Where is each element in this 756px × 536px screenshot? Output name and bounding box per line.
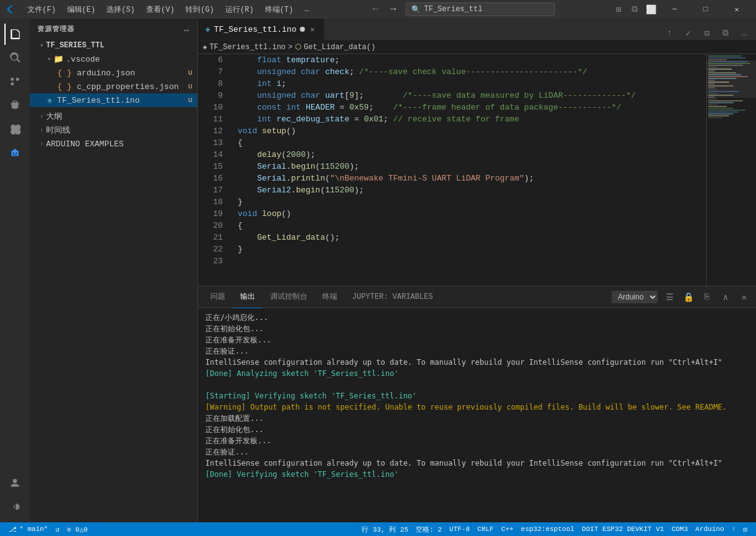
activity-search[interactable] bbox=[4, 47, 26, 68]
activity-debug[interactable] bbox=[4, 95, 26, 116]
status-sync[interactable]: ↺ bbox=[52, 522, 63, 536]
code-line-11: int rec_debug_state = 0x01; // receive s… bbox=[238, 113, 696, 125]
menu-file[interactable]: 文件(F) bbox=[22, 3, 61, 16]
title-bar-left bbox=[0, 4, 20, 14]
serial-icon: ⊡ bbox=[743, 525, 747, 534]
code-content[interactable]: float temprature; unsigned char check; /… bbox=[228, 54, 706, 286]
status-errors[interactable]: ⊘ 0△0 bbox=[63, 522, 91, 536]
activity-source-control[interactable] bbox=[4, 71, 26, 92]
menu-edit[interactable]: 编辑(E) bbox=[62, 3, 101, 16]
chevron-right-icon-3: › bbox=[40, 141, 44, 148]
breadcrumb-function[interactable]: Get_Lidar_data() bbox=[304, 43, 375, 52]
code-line-18: Serial2.begin(115200); bbox=[238, 184, 696, 196]
panel-tab-debug-console[interactable]: 调试控制台 bbox=[263, 286, 315, 308]
status-language[interactable]: C++ bbox=[497, 522, 517, 536]
activity-account[interactable] bbox=[4, 473, 26, 494]
activity-explorer[interactable] bbox=[4, 24, 26, 45]
menu-goto[interactable]: 转到(G) bbox=[180, 3, 219, 16]
status-board[interactable]: esp32:esptool bbox=[517, 522, 578, 536]
panel-tab-output[interactable]: 输出 bbox=[233, 286, 263, 308]
activity-robot[interactable] bbox=[4, 142, 26, 163]
code-line-19: } bbox=[238, 196, 696, 208]
nav-forward[interactable]: → bbox=[386, 2, 401, 17]
status-upload[interactable]: ↑ bbox=[728, 522, 740, 536]
more-actions-icon[interactable]: … bbox=[737, 26, 751, 40]
tree-root-label: TF_SERIES_TTL bbox=[46, 41, 105, 50]
layout-icon[interactable]: ⊞ bbox=[612, 2, 625, 16]
panel-tab-problems[interactable]: 问题 bbox=[203, 286, 233, 308]
tab-close-btn[interactable]: ✕ bbox=[309, 24, 315, 35]
panel-content[interactable]: 正在/小鸡启化... 正在初始化包... 正在准备开发板... 正在验证... … bbox=[198, 308, 756, 522]
status-branch[interactable]: ⎇ * main* bbox=[5, 522, 52, 536]
language-label: C++ bbox=[501, 525, 513, 533]
output-line-9: [Warning] Output path is not specified. … bbox=[205, 402, 749, 413]
tree-item-tf-series[interactable]: ◈ TF_Series_ttl.ino U bbox=[30, 93, 197, 107]
menu-run[interactable]: 运行(R) bbox=[220, 3, 259, 16]
tree-item-vscode[interactable]: ▾ 📁 .vscode bbox=[30, 52, 197, 66]
split-icon[interactable]: ⧉ bbox=[628, 2, 642, 16]
code-line-7: unsigned char check; /*----save check va… bbox=[238, 66, 696, 78]
breadcrumb-file[interactable]: TF_Series_ttl.ino bbox=[210, 43, 286, 52]
code-line-16: Serial.begin(115200); bbox=[238, 161, 696, 172]
customize-icon[interactable]: ⬜ bbox=[644, 2, 658, 16]
output-line-13: 正在验证... bbox=[205, 446, 749, 458]
upload-icon[interactable]: ↑ bbox=[663, 26, 676, 40]
tree-item-root[interactable]: ▾ TF_SERIES_TTL bbox=[30, 39, 197, 52]
chevron-down-icon: ▾ bbox=[47, 55, 51, 63]
panel-close-icon[interactable]: ✕ bbox=[737, 290, 751, 304]
serial-monitor-icon[interactable]: ⊡ bbox=[700, 26, 714, 40]
status-line-col[interactable]: 行 33, 列 25 bbox=[358, 522, 412, 536]
status-bar: ⎇ * main* ↺ ⊘ 0△0 行 33, 列 25 空格: 2 UTF-8… bbox=[0, 522, 756, 536]
arduino-dropdown[interactable]: Arduino bbox=[612, 291, 658, 303]
file-tree: ▾ TF_SERIES_TTL ▾ 📁 .vscode { } arduino.… bbox=[30, 39, 197, 522]
panel-up-icon[interactable]: ∧ bbox=[719, 290, 732, 304]
status-line-ending[interactable]: CRLF bbox=[474, 522, 497, 536]
tree-item-arduino-json[interactable]: { } arduino.json U bbox=[30, 66, 197, 80]
status-spaces[interactable]: 空格: 2 bbox=[412, 522, 446, 536]
tree-arduino-examples[interactable]: › ARDUINO EXAMPLES bbox=[30, 137, 197, 151]
code-editor[interactable]: 6 7 8 9 10 11 12 13 14 15 16 17 18 19 20… bbox=[198, 54, 756, 286]
status-board-name[interactable]: DOIT ESP32 DEVKIT V1 bbox=[578, 522, 668, 536]
tree-outline[interactable]: › 大纲 bbox=[30, 110, 197, 123]
status-platform[interactable]: Arduino bbox=[692, 522, 728, 536]
status-serial[interactable]: ⊡ bbox=[739, 522, 751, 536]
activity-settings[interactable] bbox=[4, 496, 26, 517]
panel-tab-jupyter[interactable]: JUPYTER: VARIABLES bbox=[345, 286, 441, 308]
tree-item-cpp-props[interactable]: { } c_cpp_properties.json U bbox=[30, 80, 197, 93]
breadcrumb: ◈ TF_Series_ttl.ino > ⬡ Get_Lidar_data() bbox=[198, 40, 756, 54]
maximize-btn[interactable]: □ bbox=[691, 0, 720, 19]
line-ending-label: CRLF bbox=[477, 525, 493, 533]
outline-label: 大纲 bbox=[46, 111, 62, 122]
activity-extensions[interactable] bbox=[4, 118, 26, 139]
tab-label: TF_Series_ttl.ino bbox=[214, 25, 297, 34]
close-btn[interactable]: ✕ bbox=[722, 0, 751, 19]
verify-icon[interactable]: ✓ bbox=[681, 26, 695, 40]
status-port[interactable]: COM3 bbox=[668, 522, 691, 536]
code-line-10: const int HEADER = 0x59; /*----frame hea… bbox=[238, 101, 696, 113]
menu-view[interactable]: 查看(V) bbox=[141, 3, 180, 16]
tab-modified-dot bbox=[300, 27, 305, 32]
tree-cpp-props-label: c_cpp_properties.json bbox=[77, 82, 179, 92]
code-line-17: Serial.println("\nBenewake TFmini-S UART… bbox=[238, 172, 696, 184]
line-col-label: 行 33, 列 25 bbox=[362, 525, 408, 534]
status-encoding[interactable]: UTF-8 bbox=[446, 522, 474, 536]
panel-lock-icon[interactable]: 🔒 bbox=[681, 290, 695, 304]
json-file-icon-2: { } bbox=[57, 82, 72, 92]
sync-icon: ↺ bbox=[55, 525, 60, 534]
panel-menu-icon[interactable]: ☰ bbox=[663, 290, 676, 304]
menu-more[interactable]: … bbox=[299, 4, 314, 15]
editor-tab-tf-series[interactable]: ◈ TF_Series_ttl.ino ✕ bbox=[198, 19, 324, 40]
status-right: 行 33, 列 25 空格: 2 UTF-8 CRLF C++ esp32:es… bbox=[358, 522, 751, 536]
menu-terminal[interactable]: 终端(T) bbox=[260, 3, 299, 16]
menu-select[interactable]: 选择(S) bbox=[101, 3, 140, 16]
panel-tab-terminal[interactable]: 终端 bbox=[315, 286, 345, 308]
ino-file-icon: ◈ bbox=[47, 95, 52, 105]
tree-timeline[interactable]: › 时间线 bbox=[30, 123, 197, 137]
split-editor-icon[interactable]: ⧉ bbox=[719, 26, 732, 40]
panel-copy-icon[interactable]: ⎘ bbox=[700, 290, 714, 304]
minimize-btn[interactable]: — bbox=[660, 0, 689, 19]
nav-back[interactable]: ← bbox=[368, 2, 383, 17]
tree-tf-series-badge: U bbox=[188, 96, 192, 104]
sidebar-more-icon[interactable]: … bbox=[184, 24, 190, 34]
search-box[interactable]: 🔍 TF_Series_ttl bbox=[406, 2, 555, 16]
